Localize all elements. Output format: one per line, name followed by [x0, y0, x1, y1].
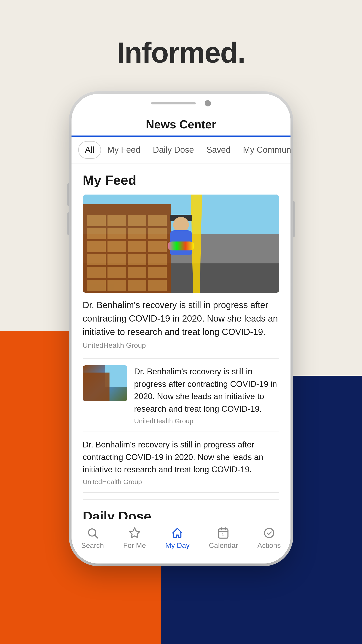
text-article-1[interactable]: Dr. Benhalim's recovery is still in prog…: [83, 438, 279, 486]
search-icon: [85, 526, 100, 540]
page-heading: Informed.: [0, 36, 362, 69]
nav-actions[interactable]: Actions: [257, 526, 281, 550]
hero-article-text: Dr. Benhalim's recovery is still in prog…: [83, 298, 279, 338]
nav-calendar[interactable]: 1 Calendar: [209, 526, 238, 550]
nav-my-day[interactable]: My Day: [165, 526, 189, 550]
power-button: [291, 201, 295, 237]
tab-daily-dose[interactable]: Daily Dose: [147, 142, 200, 158]
small-article-1[interactable]: Dr. Benhalim's recovery is still in prog…: [83, 366, 279, 425]
hero-article[interactable]: Dr. Benhalim's recovery is still in prog…: [83, 194, 279, 350]
svg-line-1: [95, 535, 98, 538]
phone-mockup: News Center All My Feed Daily Dose Saved…: [71, 94, 291, 564]
svg-text:1: 1: [222, 533, 224, 537]
small-article-source-1: UnitedHealth Group: [134, 417, 279, 425]
small-article-image-1: [83, 366, 127, 401]
volume-up-button: [67, 183, 71, 206]
calendar-icon: 1: [216, 526, 231, 540]
small-article-text-1: Dr. Benhalim's recovery is still in prog…: [134, 366, 279, 415]
articles-area: My Feed: [71, 164, 291, 540]
tab-saved[interactable]: Saved: [200, 142, 237, 158]
bottom-nav: Search For Me: [71, 519, 291, 562]
nav-for-me[interactable]: For Me: [123, 526, 146, 550]
nav-actions-label: Actions: [257, 541, 281, 550]
notch-bar: [151, 102, 196, 104]
divider-2: [83, 432, 279, 432]
tab-all[interactable]: All: [78, 141, 101, 159]
svg-point-7: [264, 528, 274, 537]
small-article-content-1: Dr. Benhalim's recovery is still in prog…: [134, 366, 279, 425]
nav-calendar-label: Calendar: [209, 541, 238, 550]
check-circle-icon: [261, 526, 277, 540]
nav-search[interactable]: Search: [81, 526, 104, 550]
screen-title: News Center: [71, 111, 291, 137]
camera-dot: [205, 100, 211, 106]
runner-figure: [163, 212, 199, 275]
tab-bar: All My Feed Daily Dose Saved My Communi: [71, 137, 291, 164]
divider-1: [83, 358, 279, 359]
nav-search-label: Search: [81, 541, 104, 550]
tab-my-community[interactable]: My Communi: [237, 142, 291, 158]
phone-notch: [71, 94, 291, 111]
volume-down-button: [67, 212, 71, 235]
phone-content: News Center All My Feed Daily Dose Saved…: [71, 111, 291, 562]
home-icon: [170, 526, 185, 540]
tab-my-feed[interactable]: My Feed: [101, 142, 147, 158]
phone-screen: News Center All My Feed Daily Dose Saved…: [71, 94, 291, 564]
my-feed-title: My Feed: [83, 172, 279, 188]
text-article-source-1: UnitedHealth Group: [83, 478, 279, 486]
hero-image: [83, 194, 279, 293]
text-article-text-1: Dr. Benhalim's recovery is still in prog…: [83, 438, 279, 476]
hero-article-source: UnitedHealth Group: [83, 341, 279, 350]
nav-for-me-label: For Me: [123, 541, 146, 550]
nav-my-day-label: My Day: [165, 541, 189, 550]
star-icon: [127, 526, 142, 540]
